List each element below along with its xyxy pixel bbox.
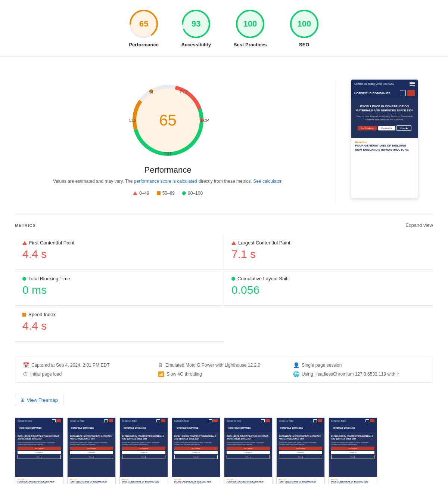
info-page-load: ⏱ Initial page load bbox=[23, 371, 155, 377]
filmstrip-about: About Us FOUR GENERATIONS OF BUILDING NE… bbox=[68, 477, 115, 484]
gauge-label-cls: CLS bbox=[129, 118, 137, 123]
performance-score-link[interactable]: performance score is calculated bbox=[134, 179, 197, 184]
gauge-label-si: SI bbox=[149, 90, 153, 94]
score-item-performance: 65 Performance bbox=[129, 9, 159, 47]
metrics-grid: First Contentful Paint 4.4 s Largest Con… bbox=[15, 234, 433, 306]
phone-about-title: FOUR GENERATIONS OF BUILDING NEW ENGLAND… bbox=[355, 144, 414, 152]
filmstrip-phone-header: Contact Us Today HORSFIELD COMPANIES bbox=[277, 418, 324, 432]
phone-logo-text: HORSFIELD COMPANIES bbox=[354, 92, 390, 95]
score-circle-seo: 100 bbox=[289, 9, 319, 39]
metrics-header: METRICS Expand view bbox=[15, 222, 433, 228]
metrics-section: METRICS Expand view First Contentful Pai… bbox=[0, 215, 448, 349]
phone-header: Contact Us Today: (978) 458-5360 bbox=[351, 80, 418, 88]
score-label-seo: SEO bbox=[299, 42, 309, 47]
filmstrip-item: Contact Us Today HORSFIELD COMPANIES EXC… bbox=[172, 417, 220, 484]
metric-si-value: 4.4 s bbox=[22, 320, 217, 332]
phone-icon1 bbox=[400, 90, 406, 96]
metric-card-si: Speed Index 4.4 s bbox=[15, 306, 224, 342]
phone-header-text: Contact Us Today: (978) 458-5360 bbox=[354, 83, 394, 85]
filmstrip-phone-body: EXCELLENCE IN CONSTRUCTION MATERIALS AND… bbox=[120, 432, 168, 477]
view-treemap-button[interactable]: ⊞ View Treemap bbox=[15, 394, 63, 406]
score-item-accessibility: 93 Accessibility bbox=[181, 9, 211, 47]
metric-cls-name: Cumulative Layout Shift bbox=[237, 276, 289, 281]
score-label-best-practices: Best Practices bbox=[233, 42, 267, 47]
metric-icon-lcp bbox=[231, 241, 236, 245]
filmstrip-phone-header: Contact Us Today HORSFIELD COMPANIES bbox=[15, 418, 63, 432]
filmstrip-phone-body: EXCELLENCE IN CONSTRUCTION MATERIALS AND… bbox=[172, 432, 220, 477]
filmstrip-item: Contact Us Today HORSFIELD COMPANIES EXC… bbox=[329, 417, 377, 484]
metric-tbt-name: Total Blocking Time bbox=[28, 276, 70, 281]
right-panel: Contact Us Today: (978) 458-5360 HORSFIE… bbox=[351, 79, 433, 203]
user-icon: 👤 bbox=[293, 362, 299, 368]
info-device: 🖥 Emulated Moto G Power with Lighthouse … bbox=[158, 362, 290, 368]
score-circle-accessibility: 93 bbox=[181, 9, 211, 39]
filmstrip-item: Contact Us Today HORSFIELD COMPANIES EXC… bbox=[224, 417, 273, 484]
phone-btn-products[interactable]: Our Products bbox=[358, 126, 377, 130]
treemap-icon: ⊞ bbox=[21, 397, 25, 403]
metric-tbt-header: Total Blocking Time bbox=[22, 276, 216, 281]
metric-cls-value: 0.056 bbox=[231, 284, 426, 296]
scores-section: 65 Performance 93 Accessibility bbox=[0, 0, 448, 57]
filmstrip-phone-header: Contact Us Today HORSFIELD COMPANIES bbox=[329, 418, 377, 432]
timer-icon: ⏱ bbox=[23, 371, 28, 377]
legend-icon-green bbox=[182, 191, 186, 195]
metric-card-fcp: First Contentful Paint 4.4 s bbox=[15, 234, 224, 270]
info-throttling-text: Slow 4G throttling bbox=[167, 372, 202, 377]
filmstrip-section: Contact Us Today HORSFIELD COMPANIES EXC… bbox=[0, 414, 448, 484]
treemap-label: View Treemap bbox=[27, 397, 58, 403]
legend: 0–49 50–89 90–100 bbox=[133, 191, 203, 196]
device-icon: 🖥 bbox=[158, 362, 163, 368]
phone-icon2 bbox=[407, 90, 415, 96]
metric-fcp-name: First Contentful Paint bbox=[29, 240, 74, 246]
metrics-title: METRICS bbox=[15, 223, 36, 228]
filmstrip-phone-header: Contact Us Today HORSFIELD COMPANIES bbox=[68, 418, 115, 432]
phone-logo-bar: HORSFIELD COMPANIES bbox=[351, 88, 418, 98]
browser-icon: 🌐 bbox=[293, 371, 299, 377]
filmstrip-thumb: Contact Us Today HORSFIELD COMPANIES EXC… bbox=[276, 417, 325, 484]
score-item-seo: 100 SEO bbox=[289, 9, 319, 47]
phone-hero: EXCELLENCE IN CONSTRUCTION MATERIALS AND… bbox=[351, 98, 418, 138]
legend-item-orange: 50–89 bbox=[157, 191, 175, 196]
info-session-text: Single page session bbox=[302, 363, 342, 368]
metric-fcp-header: First Contentful Paint bbox=[22, 240, 216, 246]
calculator-link[interactable]: See calculator. bbox=[253, 179, 283, 184]
metric-cls-header: Cumulative Layout Shift bbox=[231, 276, 426, 281]
metric-icon-si bbox=[22, 313, 26, 317]
metric-fcp-value: 4.4 s bbox=[22, 248, 216, 261]
filmstrip-phone-body: EXCELLENCE IN CONSTRUCTION MATERIALS AND… bbox=[15, 432, 63, 477]
filmstrip-about: About Us FOUR GENERATIONS OF BUILDING NE… bbox=[224, 477, 272, 484]
gauge-label-fcp: FCP bbox=[180, 90, 189, 94]
filmstrip-phone-body: EXCELLENCE IN CONSTRUCTION MATERIALS AND… bbox=[224, 432, 272, 477]
filmstrip-item: Contact Us Today HORSFIELD COMPANIES EXC… bbox=[276, 417, 325, 484]
metric-icon-tbt bbox=[22, 277, 26, 281]
phone-about: About Us FOUR GENERATIONS OF BUILDING NE… bbox=[351, 138, 418, 155]
legend-icon-orange bbox=[157, 191, 161, 195]
filmstrip-thumb: Contact Us Today HORSFIELD COMPANIES EXC… bbox=[172, 417, 220, 484]
metric-card-lcp: Largest Contentful Paint 7.1 s bbox=[224, 234, 433, 270]
view-treemap-section: ⊞ View Treemap bbox=[0, 390, 448, 414]
filmstrip-thumb: Contact Us Today HORSFIELD COMPANIES EXC… bbox=[119, 417, 168, 484]
filmstrip-phone-header: Contact Us Today HORSFIELD COMPANIES bbox=[120, 418, 168, 432]
filmstrip-inner: Contact Us Today HORSFIELD COMPANIES EXC… bbox=[0, 417, 448, 484]
info-page-load-text: Initial page load bbox=[30, 372, 62, 377]
filmstrip-thumb: Contact Us Today HORSFIELD COMPANIES EXC… bbox=[329, 417, 377, 484]
gauge-note: Values are estimated and may vary. The p… bbox=[53, 178, 283, 185]
info-browser-text: Using HeadlessChromium 127.0.6533.119 wi… bbox=[302, 372, 399, 377]
phone-menu-icon bbox=[410, 82, 415, 86]
metric-card-cls: Cumulative Layout Shift 0.056 bbox=[224, 270, 433, 306]
filmstrip-phone-header: Contact Us Today HORSFIELD COMPANIES bbox=[172, 418, 220, 432]
phone-btn-video[interactable]: Video ▶ bbox=[396, 125, 411, 131]
phone-btn-contact[interactable]: Contact Us bbox=[378, 126, 395, 130]
filmstrip-item: Contact Us Today HORSFIELD COMPANIES EXC… bbox=[15, 417, 63, 484]
filmstrip-phone-body: EXCELLENCE IN CONSTRUCTION MATERIALS AND… bbox=[68, 432, 115, 477]
info-device-text: Emulated Moto G Power with Lighthouse 12… bbox=[165, 363, 260, 368]
gauge-container: SI FCP CLS LCP TBT 65 Performance Values… bbox=[15, 79, 321, 196]
metric-si-name: Speed Index bbox=[28, 312, 56, 317]
score-label-performance: Performance bbox=[129, 42, 158, 47]
calendar-icon: 📅 bbox=[23, 362, 29, 368]
filmstrip-about: About Us FOUR GENERATIONS OF BUILDING NE… bbox=[329, 477, 377, 484]
info-session: 👤 Single page session bbox=[293, 362, 425, 368]
filmstrip-phone-body: EXCELLENCE IN CONSTRUCTION MATERIALS AND… bbox=[277, 432, 324, 477]
expand-view-button[interactable]: Expand view bbox=[405, 222, 433, 228]
metric-tbt-value: 0 ms bbox=[22, 284, 216, 296]
